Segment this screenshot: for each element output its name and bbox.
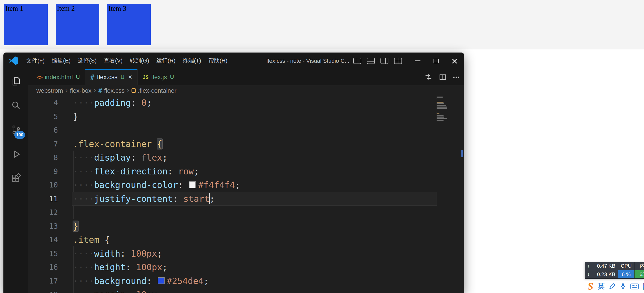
mic-icon[interactable] <box>620 283 626 290</box>
editor-group: <>index.htmlU#flex.cssU×JSflex.jsU webst… <box>28 69 464 293</box>
code-line-4[interactable]: 4····padding: 0; <box>28 96 464 110</box>
tab-label: flex.js <box>151 74 167 81</box>
minimap-line <box>437 97 443 98</box>
split-editor-icon[interactable] <box>439 73 447 81</box>
menu-item-6[interactable]: 终端(T) <box>179 55 205 67</box>
extensions-icon <box>11 173 21 184</box>
toggle-panel-icon[interactable] <box>367 58 375 64</box>
input-method-bar: S 英 <box>588 281 644 292</box>
code-line-5[interactable]: 5} <box>28 110 464 123</box>
line-number: 8 <box>28 151 58 164</box>
breadcrumb-separator: › <box>127 86 129 94</box>
breadcrumb-label: flex.css <box>104 87 125 94</box>
minimap-line <box>437 102 444 103</box>
code-token: 0 <box>141 98 146 108</box>
tab-flex.css[interactable]: #flex.cssU× <box>85 69 138 85</box>
menu-item-0[interactable]: 文件(F) <box>23 55 48 67</box>
pen-icon[interactable] <box>609 283 616 290</box>
customize-layout-icon[interactable] <box>394 58 402 64</box>
memory-usage: 65 <box>635 270 644 279</box>
breadcrumb-item-flex.css[interactable]: #flex.css <box>98 87 124 94</box>
code-token: flex-direction <box>94 166 168 176</box>
code-line-7[interactable]: 7.flex-container { <box>28 137 464 151</box>
code-text: ····width: 100px; <box>73 247 162 260</box>
code-token: ; <box>147 98 152 108</box>
code-token: : <box>178 180 188 190</box>
code-token: display <box>94 152 131 163</box>
menu-item-1[interactable]: 编辑(E) <box>48 55 74 67</box>
sogou-input-icon[interactable]: S <box>588 281 593 291</box>
menu-item-3[interactable]: 查看(V) <box>100 55 126 67</box>
code-line-12[interactable]: 12 <box>28 205 464 219</box>
maximize-button[interactable] <box>427 53 445 69</box>
flex-demo-container: Item 1Item 2Item 3 <box>0 0 644 49</box>
line-number: 11 <box>28 192 58 206</box>
code-token: row <box>178 166 194 176</box>
code-text: .item { <box>73 233 110 247</box>
code-line-10[interactable]: 10····background-color: #f4f4f4; <box>28 178 464 192</box>
code-token: background <box>94 276 147 286</box>
extensions-button[interactable] <box>4 166 28 191</box>
breadcrumb-item-flex-box[interactable]: flex-box <box>70 87 92 94</box>
breadcrumb-item-.flex-container[interactable]: .flex-container <box>132 87 177 94</box>
code-text: ····flex-direction: row; <box>73 164 199 178</box>
search-button[interactable] <box>4 93 28 118</box>
code-line-15[interactable]: 15····width: 100px; <box>28 247 464 260</box>
tab-flex.js[interactable]: JSflex.jsU <box>138 69 179 85</box>
code-line-8[interactable]: 8····display: flex; <box>28 151 464 164</box>
cpu-label: CPU <box>618 262 635 270</box>
explorer-button[interactable] <box>4 69 28 93</box>
minimap-line <box>437 115 444 116</box>
run-debug-button[interactable] <box>4 142 28 166</box>
titlebar[interactable]: 文件(F)编辑(E)选择(S)查看(V)转到(G)运行(R)终端(T)帮助(H)… <box>4 53 464 69</box>
code-line-14[interactable]: 14.item { <box>28 233 464 247</box>
line-number: 16 <box>28 260 58 274</box>
tab-index.html[interactable]: <>index.htmlU <box>31 69 85 85</box>
menu-item-5[interactable]: 运行(R) <box>153 55 179 67</box>
whitespace-dots: ···· <box>73 152 94 163</box>
code-line-9[interactable]: 9····flex-direction: row; <box>28 164 464 178</box>
html-file-icon: <> <box>36 74 42 80</box>
line-number: 12 <box>28 205 58 219</box>
code-line-13[interactable]: 13} <box>28 219 464 233</box>
whitespace-dots: ···· <box>73 166 94 176</box>
tab-close-icon[interactable]: × <box>128 74 132 81</box>
maximize-icon <box>434 59 439 63</box>
code-line-11[interactable]: 11····justify-content: start; <box>28 192 464 206</box>
close-button[interactable] <box>445 53 464 69</box>
source-control-button[interactable]: 100 <box>4 118 28 142</box>
code-line-18[interactable]: 18····margin: 10px; <box>28 288 464 293</box>
breadcrumb-item-webstrom[interactable]: webstrom <box>36 87 63 94</box>
run-debug-icon <box>11 149 21 159</box>
line-number: 15 <box>28 247 58 260</box>
tab-bar: <>index.htmlU#flex.cssU×JSflex.jsU <box>28 69 464 85</box>
code-token: height <box>94 262 126 272</box>
flex-demo-item-1: Item 1 <box>4 4 48 45</box>
traffic-monitor-widget[interactable]: ↑ 0.47 KB ↓ 0.23 KB CPU 6 % 内 65 <box>585 262 644 279</box>
menu-item-4[interactable]: 转到(G) <box>126 55 153 67</box>
more-actions-icon[interactable] <box>453 77 459 78</box>
menu-item-2[interactable]: 选择(S) <box>74 55 100 67</box>
ime-toolbox-icon[interactable] <box>643 282 644 290</box>
ime-lang-indicator[interactable]: 英 <box>598 282 605 291</box>
code-token: margin <box>94 289 126 293</box>
code-token: #f4f4f4 <box>198 180 235 190</box>
minimize-button[interactable] <box>408 53 427 69</box>
open-changes-icon[interactable] <box>425 73 432 81</box>
line-number: 4 <box>28 96 58 110</box>
code-editor[interactable]: 4····padding: 0;5}67.flex-container {8··… <box>28 96 464 293</box>
keyboard-icon[interactable] <box>630 284 639 289</box>
symbol-class-icon <box>132 88 136 93</box>
code-line-16[interactable]: 16····height: 100px; <box>28 260 464 274</box>
cpu-usage: 6 % <box>618 270 635 279</box>
breadcrumb-label: webstrom <box>36 87 63 94</box>
minimap[interactable] <box>436 97 448 135</box>
code-token: 100px <box>136 262 162 272</box>
minimap-line <box>437 107 447 108</box>
toggle-sidebar-icon[interactable] <box>353 58 361 64</box>
toggle-secondary-sidebar-icon[interactable] <box>380 58 388 64</box>
breadcrumb-separator: › <box>94 86 96 94</box>
code-line-6[interactable]: 6 <box>28 123 464 137</box>
menu-item-7[interactable]: 帮助(H) <box>205 55 231 67</box>
code-line-17[interactable]: 17····background: #254de4; <box>28 274 464 288</box>
